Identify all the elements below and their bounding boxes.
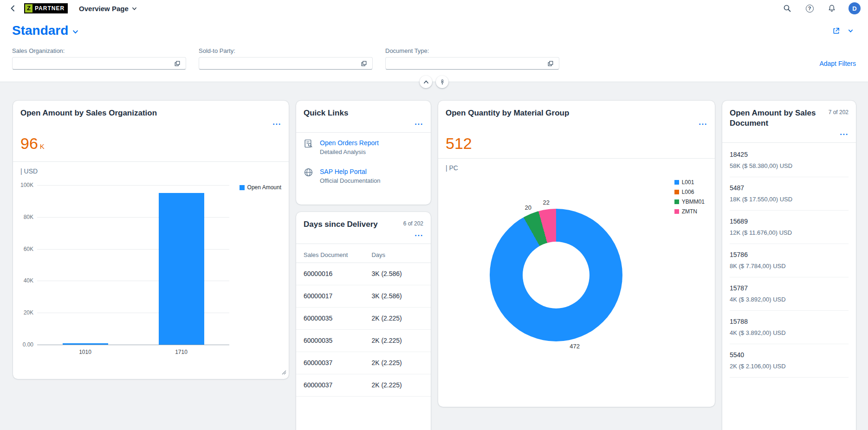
quick-link-title: Open Orders Report: [320, 139, 379, 147]
table-cell: 60000017: [296, 285, 371, 308]
help-icon[interactable]: ?: [804, 3, 815, 14]
table-row[interactable]: 600000372K (2.225): [296, 352, 431, 374]
page-header: Standard: [0, 17, 868, 40]
table-row[interactable]: 600000372K (2.225): [296, 374, 431, 397]
value-help-icon[interactable]: [358, 58, 369, 69]
sold-to-party-input[interactable]: [203, 60, 358, 67]
legend-label: ZMTN: [682, 208, 697, 215]
sold-to-party-field[interactable]: [199, 57, 373, 70]
y-axis-tick: 80K: [20, 214, 33, 220]
column-header: Days: [371, 246, 431, 263]
card-quick-links[interactable]: Quick Links ... Open Orders Report Detai…: [296, 101, 431, 205]
resize-grip-icon[interactable]: [281, 368, 286, 377]
filter-bar: Sales Organization: Sold-to Party: Docum…: [0, 40, 868, 82]
list-item[interactable]: 55402K ($ 2.106,00) USD: [730, 344, 849, 378]
chart-subtitle: | PC: [446, 164, 707, 172]
back-icon[interactable]: [7, 3, 19, 14]
chevron-down-icon: [72, 29, 78, 35]
header-collapse-controls: [420, 76, 448, 88]
chevron-down-icon: [132, 6, 137, 11]
sales-document-id: 18425: [730, 151, 849, 158]
avatar[interactable]: D: [849, 2, 861, 14]
legend-label: L006: [682, 189, 694, 195]
list-item[interactable]: 1842558K ($ 58.380,00) USD: [730, 144, 849, 177]
adapt-filters-button[interactable]: Adapt Filters: [819, 60, 856, 67]
table-row[interactable]: 600000352K (2.225): [296, 308, 431, 330]
table-cell: 60000037: [296, 374, 371, 397]
shell-actions: ? D: [782, 2, 861, 14]
variant-selector[interactable]: Standard: [12, 22, 78, 39]
table-row[interactable]: 600000163K (2.586): [296, 263, 431, 285]
sales-document-amount: 4K ($ 3.892,00) USD: [730, 296, 849, 303]
sales-document-id: 15787: [730, 284, 849, 292]
kpi-unit: K: [40, 142, 45, 150]
divider: [13, 161, 289, 162]
collapse-header-button[interactable]: [420, 76, 432, 88]
sales-organization-input[interactable]: [16, 60, 172, 67]
card-open-amount-by-sales-document[interactable]: Open Amount by Sales Document 7 of 202 .…: [722, 101, 856, 430]
grid-line: [37, 185, 229, 186]
bar-legend-swatch: [240, 185, 245, 190]
document-type-field[interactable]: [385, 57, 559, 70]
table-row[interactable]: 600000352K (2.225): [296, 330, 431, 352]
list-item[interactable]: 548718K ($ 17.550,00) USD: [730, 177, 849, 211]
legend-item: L001: [674, 179, 705, 186]
share-menu-chevron-icon[interactable]: [845, 25, 856, 36]
divider: [438, 158, 715, 159]
card-open-quantity-by-material-group[interactable]: Open Quantity by Material Group ... 512 …: [438, 101, 715, 407]
filter-sales-organization: Sales Organization:: [12, 47, 186, 70]
search-icon[interactable]: [782, 3, 793, 14]
quick-link-sap-help-portal[interactable]: SAP Help Portal Official Documentation: [304, 161, 423, 190]
card-title: Quick Links: [304, 108, 348, 118]
sales-organization-field[interactable]: [12, 57, 186, 70]
card-count-badge: 7 of 202: [829, 108, 849, 116]
filter-label: Sales Organization:: [12, 47, 186, 54]
page-actions: [830, 25, 856, 36]
logo-text: PARTNER: [35, 5, 65, 12]
logo-z-badge: Z: [25, 4, 32, 13]
share-icon[interactable]: [830, 25, 842, 36]
card-count-badge: 6 of 202: [403, 219, 423, 227]
table-cell: 2K (2.225): [371, 330, 431, 352]
bar-1710[interactable]: [159, 193, 204, 345]
table-row[interactable]: 600000173K (2.586): [296, 285, 431, 308]
globe-icon: [304, 167, 313, 177]
card-overflow-button[interactable]: ...: [272, 118, 281, 127]
pin-icon: [439, 79, 446, 85]
card-overflow-button[interactable]: ...: [415, 118, 423, 127]
grid-line: [37, 345, 229, 345]
card-days-since-delivery[interactable]: Days since Delivery 6 of 202 ... Sales D…: [296, 212, 431, 430]
value-help-icon[interactable]: [545, 58, 556, 69]
donut-slice-label: 20: [525, 204, 531, 211]
legend-item: YBMM01: [674, 199, 705, 205]
card-overflow-button[interactable]: ...: [415, 230, 423, 238]
list-item[interactable]: 157874K ($ 3.892,00) USD: [730, 277, 849, 311]
app-logo: Z PARTNER: [24, 3, 68, 13]
value-help-icon[interactable]: [172, 58, 183, 69]
list-item[interactable]: 1568912K ($ 11.676,00) USD: [730, 211, 849, 244]
list-item[interactable]: 157868K ($ 7.784,00) USD: [730, 244, 849, 277]
card-area: Open Amount by Sales Organization ... 96…: [0, 82, 868, 430]
card-title: Open Quantity by Material Group: [446, 108, 569, 118]
notifications-icon[interactable]: [826, 3, 837, 14]
pin-header-button[interactable]: [436, 76, 448, 88]
donut-slice-label: 472: [570, 342, 580, 349]
app-title-menu[interactable]: Overview Page: [79, 5, 137, 13]
list-item[interactable]: 157884K ($ 3.892,00) USD: [730, 311, 849, 344]
y-axis-tick: 20K: [20, 309, 33, 316]
quick-link-open-orders-report[interactable]: Open Orders Report Detailed Analysis: [304, 133, 423, 161]
days-table: Sales Document Days 600000163K (2.586)60…: [296, 246, 431, 397]
sales-document-amount: 4K ($ 3.892,00) USD: [730, 329, 849, 336]
card-overflow-button[interactable]: ...: [840, 128, 849, 137]
donut-chart-area: L001L006YBMM01ZMTN 4722022: [446, 172, 707, 391]
donut-legend: L001L006YBMM01ZMTN: [674, 179, 705, 218]
bar-1010[interactable]: [63, 343, 108, 345]
legend-item: ZMTN: [674, 208, 705, 215]
legend-label: L001: [682, 179, 694, 186]
report-icon: [304, 139, 313, 148]
y-axis-tick: 40K: [20, 277, 33, 284]
card-overflow-button[interactable]: ...: [699, 118, 707, 127]
document-type-input[interactable]: [389, 60, 545, 67]
card-open-amount-by-sales-organization[interactable]: Open Amount by Sales Organization ... 96…: [13, 101, 289, 379]
donut-hole: [523, 242, 589, 308]
